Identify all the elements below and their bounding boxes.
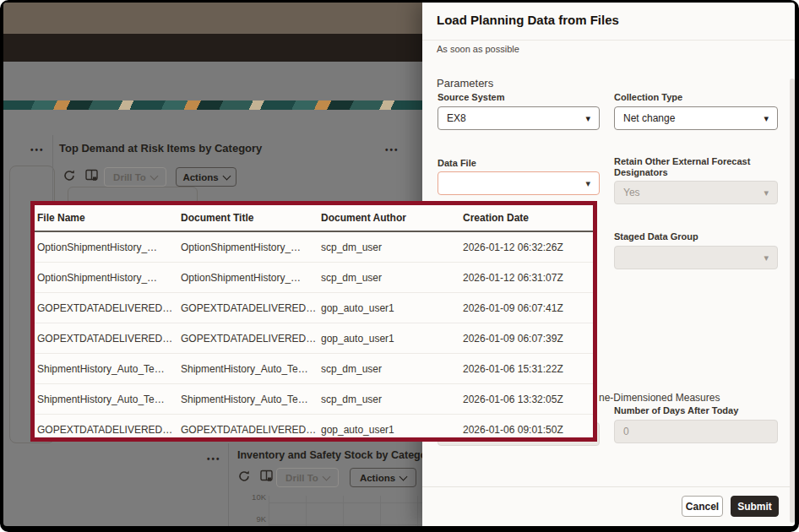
chevron-down-icon	[400, 472, 408, 480]
table-cell: 2026-01-12 06:32:26Z	[460, 242, 593, 253]
screenshot-frame: ••• Top Demand at Risk Items by Category…	[0, 0, 799, 532]
chevron-down-icon	[322, 472, 330, 480]
table-cell: scp_dm_user	[318, 242, 460, 253]
refresh-icon[interactable]	[237, 470, 251, 486]
overflow-menu-icon[interactable]: •••	[207, 454, 221, 464]
table-row[interactable]: OptionShipmentHistory_…OptionShipmentHis…	[35, 232, 593, 263]
column-header: Document Title	[178, 212, 318, 224]
actions-label: Actions	[182, 172, 218, 182]
y-axis-tick: 9K	[244, 514, 266, 524]
refresh-icon[interactable]	[63, 169, 76, 186]
screen: ••• Top Demand at Risk Items by Category…	[3, 3, 795, 526]
source-system-label: Source System	[438, 92, 504, 103]
partial-section-heading: ne-Dimensioned Measures	[599, 392, 720, 404]
table-cell: OptionShipmentHistory_…	[35, 272, 178, 284]
source-system-select[interactable]: EX8	[438, 106, 600, 130]
chart-gridline	[269, 496, 269, 526]
table-cell: OptionShipmentHistory_…	[178, 272, 318, 284]
source-system-value: EX8	[447, 112, 466, 124]
chart-gridline	[269, 502, 422, 503]
table-row[interactable]: ShipmentHistory_Auto_Te…ShipmentHistory_…	[35, 384, 593, 415]
submit-button[interactable]: Submit	[731, 496, 779, 517]
table-cell: gop_auto_user1	[318, 302, 460, 314]
dropdown-caret-icon	[585, 179, 590, 188]
table-cell: scp_dm_user	[318, 272, 460, 284]
chevron-down-icon	[149, 171, 158, 180]
days-after-today-input: 0	[614, 420, 778, 443]
table-cell: OptionShipmentHistory_…	[35, 242, 178, 253]
table-cell: ShipmentHistory_Auto_Te…	[178, 394, 318, 405]
chart-gridline	[343, 496, 344, 526]
overflow-menu-icon[interactable]: •••	[385, 145, 400, 155]
card-divider	[228, 443, 229, 526]
table-cell: scp_dm_user	[318, 394, 460, 405]
table-row[interactable]: ShipmentHistory_Auto_Te…ShipmentHistory_…	[35, 354, 593, 384]
chart-gridline	[306, 496, 307, 526]
days-after-today-value: 0	[623, 426, 629, 437]
y-axis-tick: 10K	[244, 492, 266, 502]
collection-type-label: Collection Type	[614, 92, 682, 103]
table-cell: GOPEXTDATADELIVERED…	[178, 424, 318, 436]
book-icon[interactable]	[84, 168, 99, 186]
bottom-card-title: Inventory and Safety Stock by Category	[237, 449, 437, 461]
chart-gridline	[269, 524, 422, 525]
column-header: File Name	[35, 212, 178, 224]
table-cell: 2026-01-06 09:01:50Z	[460, 424, 593, 436]
chart-gridline	[380, 496, 381, 526]
days-after-today-label: Number of Days After Today	[614, 405, 738, 416]
top-card-title: Top Demand at Risk Items by Category	[59, 142, 262, 155]
staged-data-group-select	[614, 246, 778, 269]
actions-button[interactable]: Actions	[350, 468, 416, 487]
data-file-select[interactable]	[438, 171, 600, 195]
table-cell: GOPEXTDATADELIVERED…	[35, 424, 178, 436]
table-cell: gop_auto_user1	[318, 424, 460, 436]
data-file-results-table: File Name Document Title Document Author…	[30, 201, 597, 442]
table-row[interactable]: OptionShipmentHistory_…OptionShipmentHis…	[35, 263, 593, 293]
retain-designators-value: Yes	[623, 187, 640, 198]
dropdown-caret-icon	[764, 253, 769, 263]
data-file-label: Data File	[438, 158, 476, 169]
staged-data-group-label: Staged Data Group	[614, 231, 698, 242]
table-cell: 2026-01-06 15:31:22Z	[460, 363, 593, 375]
collection-type-select[interactable]: Net change	[614, 106, 778, 130]
table-cell: gop_auto_user1	[318, 333, 460, 345]
table-cell: scp_dm_user	[318, 363, 460, 375]
chart-gridline	[417, 496, 418, 526]
actions-label: Actions	[360, 473, 395, 483]
drill-to-button: Drill To	[104, 167, 166, 187]
table-row[interactable]: GOPEXTDATADELIVERED…GOPEXTDATADELIVERED……	[35, 323, 593, 354]
book-icon[interactable]	[259, 469, 274, 486]
table-cell: ShipmentHistory_Auto_Te…	[35, 363, 178, 375]
table-cell: 2026-01-12 06:31:07Z	[460, 272, 593, 284]
table-row[interactable]: GOPEXTDATADELIVERED…GOPEXTDATADELIVERED……	[35, 293, 593, 323]
table-header-row: File Name Document Title Document Author…	[35, 205, 593, 232]
table-cell: ShipmentHistory_Auto_Te…	[35, 394, 178, 405]
actions-button[interactable]: Actions	[176, 167, 236, 187]
divider	[422, 486, 795, 487]
dropdown-caret-icon	[585, 114, 590, 123]
divider	[422, 40, 795, 41]
overflow-menu-icon[interactable]: •••	[30, 145, 45, 155]
table-cell: ShipmentHistory_Auto_Te…	[178, 363, 318, 375]
retain-designators-label: Retain Other External Forecast Designato…	[614, 156, 766, 178]
table-cell: OptionShipmentHistory_…	[178, 242, 318, 253]
collection-type-value: Net change	[623, 112, 675, 124]
table-cell: GOPEXTDATADELIVERED…	[178, 333, 318, 345]
dialog-title: Load Planning Data from Files	[437, 13, 619, 27]
schedule-text: As soon as possible	[437, 44, 519, 54]
table-row[interactable]: GOPEXTDATADELIVERED…GOPEXTDATADELIVERED……	[35, 415, 593, 444]
table-cell: GOPEXTDATADELIVERED…	[35, 333, 178, 345]
table-cell: 2026-01-09 06:07:39Z	[460, 333, 593, 345]
drill-to-button: Drill To	[276, 468, 339, 487]
dropdown-caret-icon	[764, 114, 769, 123]
table-cell: GOPEXTDATADELIVERED…	[178, 302, 318, 314]
column-header: Document Author	[318, 212, 460, 224]
table-cell: GOPEXTDATADELIVERED…	[35, 302, 178, 314]
drill-to-label: Drill To	[285, 473, 318, 483]
drill-to-label: Drill To	[113, 172, 146, 182]
panel-scrollbar[interactable]	[790, 79, 795, 523]
cancel-button[interactable]: Cancel	[682, 496, 723, 517]
table-cell: 2026-01-09 06:07:41Z	[460, 302, 593, 314]
retain-designators-select: Yes	[614, 181, 778, 204]
column-header: Creation Date	[460, 212, 593, 224]
